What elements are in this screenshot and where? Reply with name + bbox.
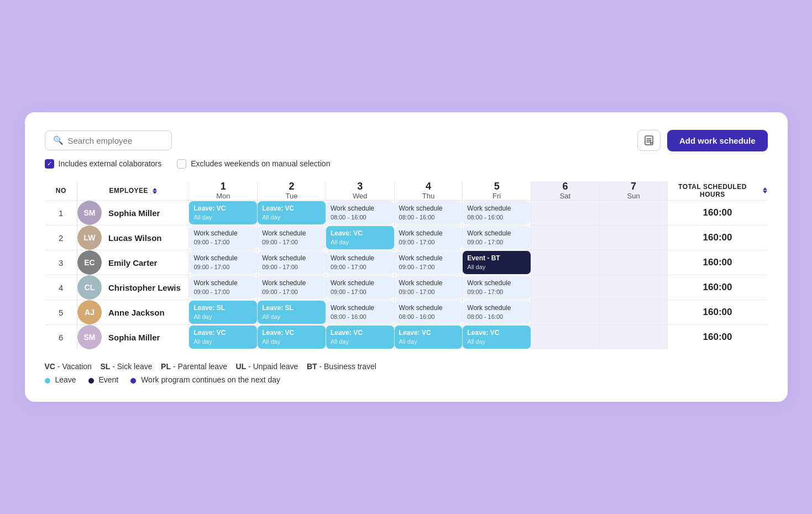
td-cell-0-0[interactable]: Leave: VC All day bbox=[189, 201, 258, 225]
table-row: 2 LW Lucas Wilson Work schedule 09:00 - … bbox=[45, 225, 767, 250]
td-cell-3-1[interactable]: Work schedule 09:00 - 17:00 bbox=[258, 275, 326, 300]
export-icon bbox=[643, 135, 654, 146]
td-cell-5-3[interactable]: Leave: VC All day bbox=[394, 325, 463, 350]
leave-cell[interactable]: Leave: VC All day bbox=[258, 201, 326, 224]
td-cell-2-4[interactable]: Event - BT All day bbox=[463, 250, 531, 275]
leave-cell[interactable]: Leave: VC All day bbox=[395, 326, 463, 349]
work-cell[interactable]: Work schedule 09:00 - 17:00 bbox=[189, 276, 257, 299]
checkbox-excludes-weekends[interactable] bbox=[177, 159, 186, 169]
td-cell-4-0[interactable]: Leave: SL All day bbox=[189, 300, 258, 325]
td-cell-1-0[interactable]: Work schedule 09:00 - 17:00 bbox=[189, 225, 258, 250]
search-box[interactable]: 🔍 bbox=[45, 130, 172, 150]
leave-cell[interactable]: Leave: SL All day bbox=[189, 301, 257, 324]
td-cell-5-2[interactable]: Leave: VC All day bbox=[326, 325, 394, 350]
td-cell-1-2[interactable]: Leave: VC All day bbox=[326, 225, 394, 250]
work-cell[interactable]: Work schedule 08:00 - 16:00 bbox=[463, 301, 531, 324]
total-sort-icon[interactable] bbox=[763, 187, 767, 193]
td-cell-5-5 bbox=[531, 325, 600, 350]
td-cell-2-6 bbox=[599, 250, 668, 275]
td-no-3: 4 bbox=[45, 275, 77, 300]
td-cell-0-5 bbox=[531, 201, 600, 225]
td-cell-3-0[interactable]: Work schedule 09:00 - 17:00 bbox=[189, 275, 258, 300]
td-employee-2[interactable]: EC Emily Carter bbox=[77, 250, 188, 275]
work-cell[interactable]: Work schedule 09:00 - 17:00 bbox=[189, 251, 257, 274]
svg-text:EC: EC bbox=[84, 258, 95, 267]
leave-cell[interactable]: Leave: VC All day bbox=[258, 326, 326, 349]
td-cell-3-2[interactable]: Work schedule 09:00 - 17:00 bbox=[326, 275, 394, 300]
work-cell[interactable]: Work schedule 09:00 - 17:00 bbox=[463, 226, 531, 249]
employee-name-1: Lucas Wilson bbox=[108, 233, 162, 243]
svg-text:CL: CL bbox=[85, 283, 95, 292]
work-cell[interactable]: Work schedule 09:00 - 17:00 bbox=[189, 226, 257, 249]
th-day-7: 7 Sun bbox=[599, 181, 668, 201]
work-cell[interactable]: Work schedule 09:00 - 17:00 bbox=[463, 276, 531, 299]
td-cell-5-4[interactable]: Leave: VC All day bbox=[463, 325, 531, 350]
td-cell-5-0[interactable]: Leave: VC All day bbox=[189, 325, 258, 350]
work-cell[interactable]: Work schedule 08:00 - 16:00 bbox=[395, 201, 463, 224]
work-cell[interactable]: Work schedule 08:00 - 16:00 bbox=[326, 201, 394, 224]
work-cell[interactable]: Work schedule 09:00 - 17:00 bbox=[326, 251, 394, 274]
td-employee-3[interactable]: CL Christopher Lewis bbox=[77, 275, 188, 300]
td-cell-3-4[interactable]: Work schedule 09:00 - 17:00 bbox=[463, 275, 531, 300]
td-cell-2-3[interactable]: Work schedule 09:00 - 17:00 bbox=[394, 250, 463, 275]
work-cell[interactable]: Work schedule 08:00 - 16:00 bbox=[326, 301, 394, 324]
td-employee-4[interactable]: AJ Anne Jackson bbox=[77, 300, 188, 325]
event-bt-cell[interactable]: Event - BT All day bbox=[463, 251, 531, 274]
export-button[interactable] bbox=[637, 130, 661, 151]
td-cell-4-1[interactable]: Leave: SL All day bbox=[258, 300, 326, 325]
legend-event: Event bbox=[88, 375, 119, 384]
work-cell[interactable]: Work schedule 08:00 - 16:00 bbox=[463, 201, 531, 224]
th-total: TOTAL SCHEDULED HOURS bbox=[668, 181, 767, 201]
leave-cell[interactable]: Leave: VC All day bbox=[463, 326, 531, 349]
td-total-1: 160:00 bbox=[668, 225, 767, 250]
svg-text:SM: SM bbox=[83, 208, 95, 217]
td-cell-5-1[interactable]: Leave: VC All day bbox=[258, 325, 326, 350]
work-cell[interactable]: Work schedule 09:00 - 17:00 bbox=[395, 251, 463, 274]
employee-sort-icon[interactable] bbox=[153, 188, 157, 194]
work-cell[interactable]: Work schedule 09:00 - 17:00 bbox=[258, 276, 326, 299]
filter-excludes-weekends[interactable]: Excludes weekends on manual selection bbox=[177, 159, 330, 169]
search-icon: 🔍 bbox=[53, 135, 64, 145]
td-employee-5[interactable]: SM Sophia Miller bbox=[77, 325, 188, 350]
td-cell-2-0[interactable]: Work schedule 09:00 - 17:00 bbox=[189, 250, 258, 275]
td-cell-3-3[interactable]: Work schedule 09:00 - 17:00 bbox=[394, 275, 463, 300]
add-work-schedule-button[interactable]: Add work schedule bbox=[667, 130, 768, 151]
work-cell[interactable]: Work schedule 09:00 - 17:00 bbox=[395, 276, 463, 299]
leave-cell[interactable]: Leave: VC All day bbox=[189, 326, 257, 349]
filter-includes-external[interactable]: ✓ Includes external colaborators bbox=[45, 159, 162, 169]
leave-cell[interactable]: Leave: VC All day bbox=[189, 201, 257, 224]
main-card: 🔍 Add work schedule ✓ Includes external … bbox=[25, 112, 788, 402]
td-cell-2-1[interactable]: Work schedule 09:00 - 17:00 bbox=[258, 250, 326, 275]
work-cell[interactable]: Work schedule 09:00 - 17:00 bbox=[258, 251, 326, 274]
td-employee-0[interactable]: SM Sophia Miller bbox=[77, 201, 188, 225]
th-day-4: 4 Thu bbox=[394, 181, 463, 201]
td-cell-0-4[interactable]: Work schedule 08:00 - 16:00 bbox=[463, 201, 531, 225]
employee-name-2: Emily Carter bbox=[108, 258, 157, 268]
td-cell-4-2[interactable]: Work schedule 08:00 - 16:00 bbox=[326, 300, 394, 325]
leave-cell[interactable]: Leave: VC All day bbox=[326, 326, 394, 349]
leave-cell[interactable]: Leave: VC All day bbox=[326, 226, 394, 249]
td-cell-5-6 bbox=[599, 325, 668, 350]
leave-cell[interactable]: Leave: SL All day bbox=[258, 301, 326, 324]
td-cell-0-3[interactable]: Work schedule 08:00 - 16:00 bbox=[394, 201, 463, 225]
td-cell-0-6 bbox=[599, 201, 668, 225]
search-input[interactable] bbox=[68, 136, 164, 145]
avatar-4: AJ bbox=[77, 300, 102, 324]
td-employee-1[interactable]: LW Lucas Wilson bbox=[77, 225, 188, 250]
schedule-table: NO EMPLOYEE 1 Mon 2 Tue 3 bbox=[45, 181, 768, 350]
checkbox-includes-external[interactable]: ✓ bbox=[45, 159, 54, 169]
work-cell[interactable]: Work schedule 09:00 - 17:00 bbox=[326, 276, 394, 299]
work-cell[interactable]: Work schedule 09:00 - 17:00 bbox=[258, 226, 326, 249]
td-cell-1-1[interactable]: Work schedule 09:00 - 17:00 bbox=[258, 225, 326, 250]
work-cell[interactable]: Work schedule 08:00 - 16:00 bbox=[395, 301, 463, 324]
td-cell-4-3[interactable]: Work schedule 08:00 - 16:00 bbox=[394, 300, 463, 325]
td-cell-2-2[interactable]: Work schedule 09:00 - 17:00 bbox=[326, 250, 394, 275]
td-cell-1-3[interactable]: Work schedule 09:00 - 17:00 bbox=[394, 225, 463, 250]
td-cell-0-1[interactable]: Leave: VC All day bbox=[258, 201, 326, 225]
td-cell-1-4[interactable]: Work schedule 09:00 - 17:00 bbox=[463, 225, 531, 250]
td-total-4: 160:00 bbox=[668, 300, 767, 325]
td-cell-4-4[interactable]: Work schedule 08:00 - 16:00 bbox=[463, 300, 531, 325]
legend-leave-dot bbox=[45, 378, 50, 384]
work-cell[interactable]: Work schedule 09:00 - 17:00 bbox=[395, 226, 463, 249]
td-cell-0-2[interactable]: Work schedule 08:00 - 16:00 bbox=[326, 201, 394, 225]
